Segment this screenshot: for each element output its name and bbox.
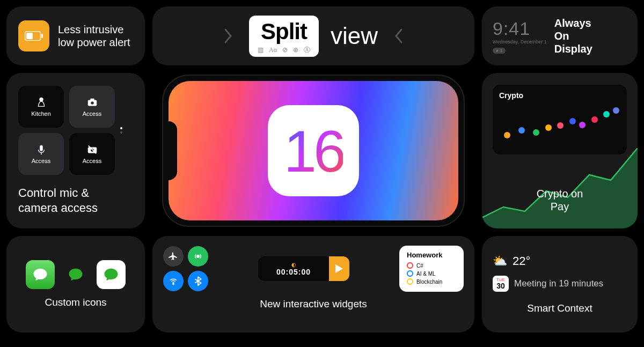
crypto-widget: Crypto (493, 85, 627, 154)
lowpower-label: Less intrusive low power alert (58, 23, 130, 49)
crypto-card: Crypto Crypto on Pay (482, 73, 638, 228)
timer-ring-icon: ◐ (291, 262, 296, 268)
hero-phone: 16 (152, 73, 474, 228)
toggle-grid (163, 246, 208, 291)
custom-icons-card: Custom icons (6, 236, 145, 333)
bluetooth-toggle[interactable] (188, 271, 208, 291)
chevron-right-icon[interactable] (220, 21, 236, 50)
homework-item-2[interactable]: AI & ML (407, 270, 456, 277)
cellular-toggle[interactable] (188, 246, 208, 267)
svg-rect-7 (40, 145, 43, 151)
tile-camera-off-access[interactable]: Access (69, 133, 115, 175)
aod-card: 9:41 Wednesday, December 1 ● 1 Always On… (482, 6, 638, 65)
phone-notch (169, 121, 177, 180)
smart-label: Smart Context (493, 302, 627, 314)
weather-icon: ⛅ (493, 254, 507, 268)
meeting-row: TUE 30 Meeting in 19 minutes (493, 276, 627, 292)
splitview-word: view (331, 23, 378, 49)
splitview-toolbar: ▥Aα⊘⊕Ⓐ (258, 46, 310, 55)
homework-widget[interactable]: Homework C# AI & ML Blockchain (399, 246, 464, 292)
message-icon-dark (61, 260, 90, 289)
battery-icon (18, 20, 49, 51)
aod-clock: 9:41 Wednesday, December 1 ● 1 (493, 18, 547, 54)
tile-mic-access[interactable]: Access (18, 133, 64, 175)
aod-notification-badge: ● 1 (493, 48, 506, 54)
control-access-card: Kitchen Access Access Access Control mic… (6, 73, 145, 228)
tile-kitchen[interactable]: Kitchen (18, 86, 64, 128)
svg-point-5 (91, 101, 94, 105)
widgets-label: New interactive widgets (163, 298, 464, 310)
aod-label: Always On Display (554, 17, 592, 55)
calendar-icon: TUE 30 (493, 276, 509, 292)
meeting-text: Meeting in 19 minutes (514, 278, 603, 289)
smart-context-card: ⛅ 22° TUE 30 Meeting in 19 minutes Smart… (482, 236, 638, 333)
phone-screen: 16 (169, 81, 458, 220)
widgets-card: ◐ 00:05:00 Homework C# AI & ML Blockchai… (152, 236, 474, 333)
message-icon-green (26, 260, 55, 289)
custom-icons-label: Custom icons (45, 297, 106, 308)
control-tiles: Kitchen Access Access Access (18, 86, 115, 175)
chevron-left-icon[interactable] (391, 21, 407, 50)
homework-title: Homework (407, 251, 456, 259)
control-label: Control mic & camera access (18, 186, 133, 215)
icon-row (26, 260, 126, 289)
version-number: 16 (284, 117, 343, 185)
svg-rect-6 (90, 99, 94, 101)
svg-rect-1 (26, 33, 33, 39)
wifi-toggle[interactable] (163, 271, 184, 291)
homework-item-1[interactable]: C# (407, 262, 456, 269)
page-dots (120, 127, 122, 134)
svg-point-3 (39, 98, 43, 101)
timer-play-button[interactable] (329, 256, 349, 281)
crypto-label: Crypto on Pay (482, 187, 638, 213)
lowpower-card: Less intrusive low power alert (6, 6, 145, 65)
aod-time: 9:41 (493, 18, 547, 39)
tile-camera-access[interactable]: Access (69, 86, 115, 128)
homework-item-3[interactable]: Blockchain (407, 278, 456, 285)
aod-date: Wednesday, December 1 (493, 39, 547, 45)
ios-app-icon: 16 (268, 105, 359, 196)
airplane-toggle[interactable] (163, 246, 184, 267)
crypto-widget-title: Crypto (499, 91, 620, 100)
svg-point-13 (173, 283, 174, 284)
message-icon-light (97, 260, 126, 289)
timer-widget[interactable]: ◐ 00:05:00 (258, 256, 349, 281)
temperature: 22° (513, 254, 530, 268)
weather-row: ⛅ 22° (493, 254, 627, 268)
splitview-app-box: Split ▥Aα⊘⊕Ⓐ (249, 16, 319, 57)
splitview-card: Split ▥Aα⊘⊕Ⓐ view (152, 6, 474, 65)
svg-point-12 (197, 255, 200, 258)
splitview-box-word: Split (258, 19, 310, 45)
timer-value: 00:05:00 (276, 268, 311, 276)
phone-frame: 16 (163, 76, 464, 226)
crypto-coins (499, 105, 620, 143)
svg-rect-2 (41, 34, 43, 38)
